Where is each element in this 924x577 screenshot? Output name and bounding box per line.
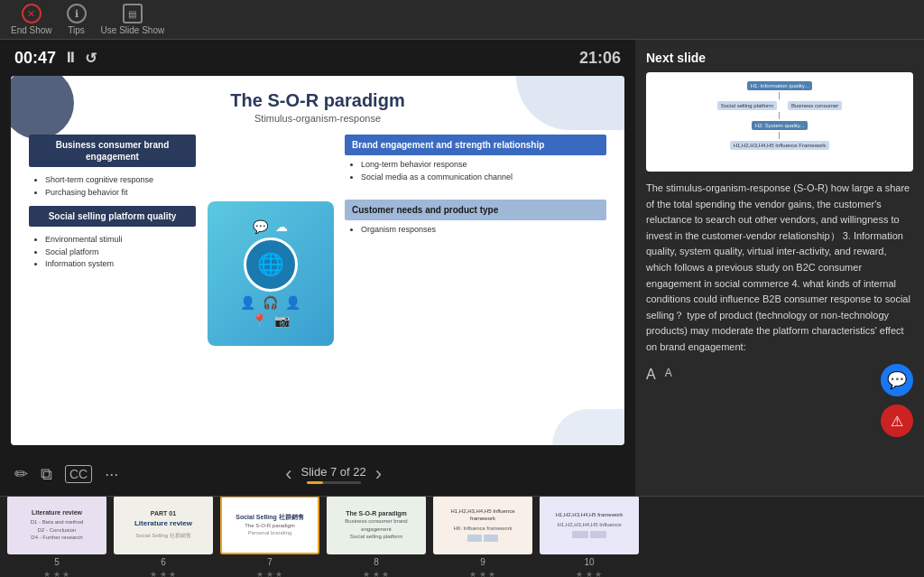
thumb-img-6: PART 01 Literature review Social Selling… — [114, 496, 213, 554]
end-show-label: End Show — [11, 25, 52, 35]
next-slide-panel: Next slide H1: Information quality... So… — [635, 40, 924, 496]
right-box1-label: Brand engagement and strength relationsh… — [345, 135, 606, 155]
nav-area: ‹ Slide 7 of 22 › — [285, 462, 382, 486]
timer-bar: 00:47 ⏸ ↺ 21:06 — [0, 40, 635, 76]
map-icon: 📍 — [252, 313, 267, 328]
tips-label: Tips — [68, 25, 85, 35]
cc-icon[interactable]: CC — [65, 465, 92, 483]
thumb-stars-8: ★ ★ ★ — [363, 570, 389, 578]
center-column: 💬 ☁ 🌐 👤 🎧 👤 — [205, 135, 336, 412]
left-column: Business consumer brand engagement Short… — [29, 135, 196, 412]
slide-indicator: Slide 7 of 22 — [300, 465, 365, 484]
thumbnails-row: Literature review D1 - Beta and method D… — [0, 496, 924, 577]
total-time: 21:06 — [579, 49, 621, 68]
tips-button[interactable]: ℹ Tips — [67, 4, 87, 35]
deco-bottomright — [552, 409, 624, 445]
refresh-button[interactable]: ↺ — [85, 50, 97, 67]
person1-icon: 👤 — [240, 295, 255, 310]
thumb-img-9: H1,H2,H3,H4,H5 Influence framework H6: I… — [433, 496, 532, 554]
layers-icon[interactable]: ⧉ — [41, 465, 52, 484]
next-slide-description: The stimulus-organism-response (S-O-R) h… — [646, 181, 913, 356]
right-box2-bullets: Organism responses — [345, 224, 606, 237]
slideshow-label: Use Slide Show — [101, 25, 165, 35]
font-controls: A A — [646, 367, 913, 383]
bottom-bar: ✏ ⧉ CC ··· ‹ Slide 7 of 22 › — [0, 452, 635, 496]
thumb-num-9: 9 — [480, 557, 485, 567]
thumb-num-7: 7 — [267, 557, 273, 567]
slide-subtitle: Stimulus-organism-response — [29, 113, 606, 124]
thumbnail-5[interactable]: Literature review D1 - Beta and method D… — [7, 496, 106, 577]
pause-button[interactable]: ⏸ — [63, 50, 78, 66]
slide-progress — [307, 481, 361, 484]
tips-icon: ℹ — [67, 4, 87, 23]
slideshow-icon: ▤ — [123, 4, 143, 23]
thumb-num-5: 5 — [54, 557, 60, 567]
bullet-item: Social platform — [45, 247, 196, 259]
right-box2-label: Customer needs and product type — [345, 200, 606, 220]
slide-main: 00:47 ⏸ ↺ 21:06 The S-O-R paradigm Stimu… — [0, 40, 635, 496]
bullet-item: Environmental stimuli — [45, 234, 196, 247]
chat-icon: 💬 — [253, 219, 268, 234]
bottom-icons: ✏ ⧉ CC ··· — [14, 464, 118, 484]
top-bar: ✕ End Show ℹ Tips ▤ Use Slide Show — [0, 0, 924, 40]
box1-bullets: Short-term cognitive response Purchasing… — [29, 174, 196, 199]
elapsed-time: 00:47 — [14, 49, 56, 68]
thumb-img-7: Social Selling 社群銷售 The S-O-R paradigm P… — [220, 496, 319, 554]
use-slideshow-button[interactable]: ▤ Use Slide Show — [101, 4, 165, 35]
thumb-num-6: 6 — [161, 557, 166, 567]
slide-indicator-text: Slide 7 of 22 — [300, 465, 365, 479]
alert-fab-button[interactable]: ⚠ — [881, 405, 913, 437]
end-show-button[interactable]: ✕ End Show — [11, 4, 52, 35]
thumbnail-8[interactable]: The S-O-R paradigm Business consumer bra… — [327, 496, 426, 577]
cloud-icon: ☁ — [275, 219, 288, 234]
more-icon[interactable]: ··· — [105, 465, 118, 484]
thumbnail-6[interactable]: PART 01 Literature review Social Selling… — [114, 496, 213, 577]
font-increase-button[interactable]: A — [646, 367, 656, 383]
thumb-num-8: 8 — [374, 557, 379, 567]
font-decrease-button[interactable]: A — [665, 367, 672, 383]
person2-icon: 👤 — [285, 295, 300, 310]
thumb-img-10: H1,H2,H3,H4,H5 framework H1,H2,H3,H4,H5 … — [540, 496, 639, 554]
slide-title: The S-O-R paradigm — [29, 90, 606, 111]
thumb-stars-5: ★ ★ ★ — [43, 570, 69, 578]
prev-slide-button[interactable]: ‹ — [285, 462, 291, 486]
bullet-item: Organism responses — [361, 224, 606, 237]
right-box1-bullets: Long-term behavior response Social media… — [345, 159, 606, 183]
thumb-stars-7: ★ ★ ★ — [256, 570, 282, 578]
thumb-stars-9: ★ ★ ★ — [469, 570, 495, 578]
camera-icon: 📷 — [274, 313, 290, 328]
box2-bullets: Environmental stimuli Social platform In… — [29, 234, 196, 271]
thumb-stars-10: ★ ★ ★ — [576, 570, 602, 578]
thumb-img-5: Literature review D1 - Beta and method D… — [7, 496, 106, 554]
slide-content: The S-O-R paradigm Stimulus-organism-res… — [11, 76, 624, 445]
bullet-item: Social media as a communication channel — [361, 172, 606, 184]
globe-icon: 🌐 — [244, 237, 298, 292]
next-slide-thumb: H1: Information quality... Social sellin… — [646, 72, 913, 172]
thumbnail-7[interactable]: Social Selling 社群銷售 The S-O-R paradigm P… — [220, 496, 319, 577]
thumbnail-9[interactable]: H1,H2,H3,H4,H5 Influence framework H6: I… — [433, 496, 532, 577]
diagram-box: 💬 ☁ 🌐 👤 🎧 👤 — [208, 201, 334, 346]
bullet-item: Purchasing behavior fit — [45, 187, 196, 200]
right-column: Brand engagement and strength relationsh… — [345, 135, 606, 412]
bullet-item: Information system — [45, 258, 196, 271]
headset-icon: 🎧 — [263, 295, 278, 310]
bullet-item: Long-term behavior response — [361, 159, 606, 172]
pencil-icon[interactable]: ✏ — [14, 464, 28, 484]
next-slide-title: Next slide — [646, 51, 913, 65]
box1-label: Business consumer brand engagement — [29, 135, 196, 167]
thumbnail-10[interactable]: H1,H2,H3,H4,H5 framework H1,H2,H3,H4,H5 … — [540, 496, 639, 577]
end-show-icon: ✕ — [22, 4, 42, 23]
thumb-num-10: 10 — [584, 557, 594, 567]
messenger-fab-button[interactable]: 💬 — [881, 364, 913, 396]
thumb-img-8: The S-O-R paradigm Business consumer bra… — [327, 496, 426, 554]
slide-progress-fill — [307, 481, 324, 484]
next-slide-button[interactable]: › — [375, 462, 382, 486]
box2-label: Social selling platform quality — [29, 206, 196, 227]
thumb-stars-6: ★ ★ ★ — [150, 570, 176, 578]
bullet-item: Short-term cognitive response — [45, 174, 196, 187]
